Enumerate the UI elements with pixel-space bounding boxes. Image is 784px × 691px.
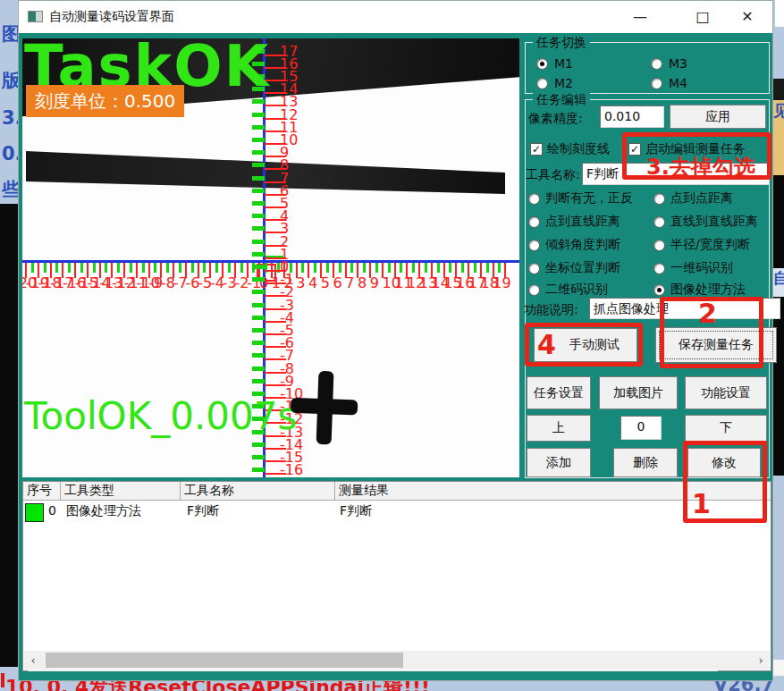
pixel-precision-label: 像素精度: (528, 111, 583, 127)
radio-circle[interactable] (653, 240, 665, 251)
radio-m3-circle[interactable] (651, 58, 662, 70)
ruler-tick (55, 263, 58, 273)
dialog-window: 自动测量读码设置界面 — □ ✕ -20-19-18-17-16-15-14-1… (18, 0, 773, 681)
ruler-tick (252, 252, 265, 257)
title-bar[interactable]: 自动测量读码设置界面 — □ ✕ (19, 1, 772, 33)
minimize-button[interactable]: — (625, 6, 655, 28)
ruler-tick (388, 263, 391, 273)
ruler-tick (252, 150, 265, 155)
col-header-index[interactable]: 序号 (23, 482, 61, 501)
ruler-tick (93, 263, 96, 273)
col-header-tool-type[interactable]: 工具类型 (61, 482, 181, 501)
load-image-button[interactable]: 加载图片 (599, 376, 678, 409)
radio-circle[interactable] (528, 263, 540, 274)
scroll-left-arrow[interactable]: ‹ (24, 651, 42, 670)
results-table[interactable]: 序号 工具类型 工具名称 测量结果 0 图像处理方法 F判断 F判断 ‹ › (22, 481, 771, 671)
horizontal-scrollbar[interactable]: ‹ › (24, 651, 770, 670)
app-icon (28, 11, 43, 22)
down-button[interactable]: 下 (685, 415, 767, 442)
radio-m3[interactable]: M3 (651, 56, 687, 71)
group-task-switch: 任务切换 M1 M2 M3 M4 (525, 42, 770, 94)
ruler-tick (228, 263, 231, 273)
task-settings-button[interactable]: 任务设置 (527, 376, 591, 409)
radio-measure-2[interactable]: 点到直线距离 (528, 214, 620, 230)
ruler-tick (301, 263, 304, 273)
radio-measure-9[interactable]: 图像处理方法 (653, 282, 746, 298)
bg-strip: 自 (773, 268, 784, 297)
window-bottom-edge (28, 669, 718, 671)
row-cell-tool-name[interactable]: F判断 (187, 503, 219, 519)
description-input[interactable]: 抓点图像处理 (589, 298, 780, 319)
start-edit-checkbox-box[interactable] (628, 143, 641, 156)
radio-measure-4[interactable]: 倾斜角度判断 (528, 237, 620, 253)
radio-circle[interactable] (528, 216, 540, 228)
radio-m2[interactable]: M2 (536, 76, 573, 90)
save-task-button[interactable]: 保存测量任务 (655, 327, 777, 363)
ruler-number: 5 (321, 274, 330, 291)
index-input[interactable]: 0 (620, 416, 662, 440)
annotation-text-3: 3.去掉勾选 (646, 153, 755, 181)
ruler-tick (68, 263, 71, 273)
radio-circle[interactable] (653, 193, 665, 205)
row-cell-index[interactable]: 0 (48, 503, 56, 518)
ruler-tick (252, 226, 265, 231)
ruler-tick (339, 263, 341, 273)
ruler-tick (252, 277, 265, 282)
bg-strip (773, 175, 784, 268)
radio-measure-8[interactable]: 二维码识别 (528, 282, 608, 298)
apply-button[interactable]: 应用 (670, 105, 766, 129)
ruler-tick (449, 263, 451, 273)
radio-measure-1[interactable]: 点到点距离 (653, 190, 733, 206)
image-viewport[interactable]: -20-19-18-17-16-15-14-13-12-11-10-9-8-7-… (22, 38, 519, 477)
draw-scale-checkbox[interactable]: 绘制刻度线 (530, 141, 610, 157)
radio-measure-0[interactable]: 判断有无，正反 (528, 190, 633, 206)
radio-circle[interactable] (653, 263, 665, 274)
ruler-tick (105, 263, 107, 273)
scrollbar-thumb[interactable] (46, 653, 403, 668)
ruler-tick (425, 263, 427, 273)
ruler-tick (252, 189, 265, 193)
row-cell-result[interactable]: F判断 (340, 503, 372, 519)
ruler-tick (44, 263, 46, 273)
radio-m1[interactable]: M1 (536, 56, 573, 71)
radio-circle[interactable] (653, 284, 665, 296)
ruler-tick (142, 263, 145, 273)
bg-right-glyph: 见 (773, 101, 784, 120)
ruler-tick (474, 263, 476, 273)
pixel-precision-input[interactable]: 0.010 (600, 105, 664, 128)
radio-measure-6[interactable]: 坐标位置判断 (528, 260, 620, 276)
add-button[interactable]: 添加 (527, 448, 591, 477)
radio-measure-7[interactable]: 一维码识别 (653, 260, 733, 276)
col-header-tool-name[interactable]: 工具名称 (181, 482, 335, 501)
ruler-tick (252, 455, 265, 459)
tool-status-overlay: ToolOK_0.007s (24, 394, 297, 438)
row-cell-tool-type[interactable]: 图像处理方法 (66, 503, 141, 519)
ruler-tick (252, 442, 265, 447)
ruler-number: 17 (280, 43, 298, 60)
modify-button[interactable]: 修改 (687, 448, 761, 477)
radio-measure-3[interactable]: 直线到直线距离 (653, 214, 758, 230)
delete-button[interactable]: 删除 (613, 448, 678, 477)
ruler-tick (252, 316, 265, 320)
draw-scale-checkbox-box[interactable] (530, 143, 543, 156)
close-button[interactable]: ✕ (732, 6, 763, 28)
radio-circle[interactable] (528, 193, 540, 205)
ruler-tick (412, 263, 415, 273)
up-button[interactable]: 上 (527, 415, 591, 442)
maximize-button[interactable]: □ (687, 6, 718, 28)
ruler-tick (154, 263, 156, 273)
radio-circle[interactable] (528, 240, 540, 251)
fiducial-cross (286, 370, 360, 448)
function-settings-button[interactable]: 功能设置 (685, 376, 767, 409)
ruler-tick (80, 263, 83, 273)
radio-m4[interactable]: M4 (651, 76, 687, 90)
radio-circle[interactable] (653, 216, 665, 228)
ruler-tick (252, 201, 265, 206)
radio-m1-circle[interactable] (536, 58, 548, 70)
radio-m2-circle[interactable] (536, 78, 548, 89)
ruler-number: 7 (345, 274, 354, 291)
radio-measure-5[interactable]: 半径/宽度判断 (653, 237, 750, 253)
radio-m4-circle[interactable] (651, 78, 662, 89)
radio-circle[interactable] (528, 284, 540, 296)
scroll-right-arrow[interactable]: › (752, 651, 770, 670)
